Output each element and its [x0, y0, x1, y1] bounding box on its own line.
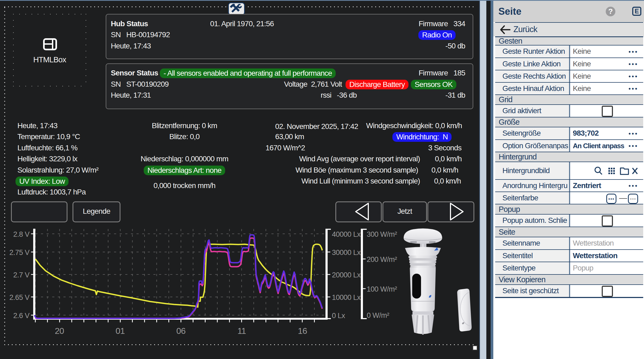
svg-text:2.6 V: 2.6 V	[13, 312, 29, 320]
svg-text:2.8 V: 2.8 V	[13, 230, 29, 238]
svg-text:2.7 V: 2.7 V	[13, 271, 29, 279]
svg-text:06: 06	[176, 326, 186, 336]
svg-text:2.75 V: 2.75 V	[9, 249, 30, 257]
svg-text:30000 Lx: 30000 Lx	[332, 249, 361, 257]
svg-text:100 W/m²: 100 W/m²	[367, 285, 397, 293]
svg-text:01: 01	[116, 326, 125, 336]
svg-text:20: 20	[55, 326, 64, 336]
svg-text:40000 Lx: 40000 Lx	[332, 230, 361, 238]
svg-text:20000 Lx: 20000 Lx	[332, 271, 361, 279]
svg-text:11: 11	[237, 326, 246, 336]
svg-text:2.65 V: 2.65 V	[9, 293, 30, 301]
svg-text:0 W/m²: 0 W/m²	[367, 311, 389, 319]
svg-text:0 Lx: 0 Lx	[332, 312, 345, 320]
svg-text:300 W/m²: 300 W/m²	[367, 230, 397, 238]
svg-text:200 W/m²: 200 W/m²	[367, 255, 397, 263]
svg-text:10000 Lx: 10000 Lx	[332, 293, 361, 301]
svg-text:16: 16	[298, 326, 307, 336]
